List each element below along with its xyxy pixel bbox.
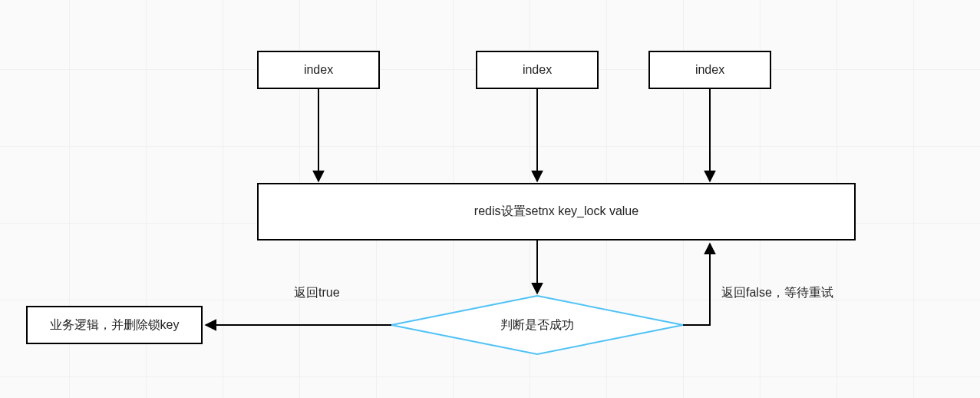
edge-label-true-text: 返回true [294,286,340,299]
edge-label-true: 返回true [294,285,340,301]
node-redis-setnx-label: redis设置setnx key_lock value [474,204,638,220]
node-index-3: index [648,51,771,89]
node-index-1-label: index [304,63,333,77]
node-index-2-label: index [523,63,552,77]
edge-label-false: 返回false，等待重试 [721,285,833,301]
node-business-logic: 业务逻辑，并删除锁key [26,306,203,344]
node-redis-setnx: redis设置setnx key_lock value [257,183,856,240]
node-business-logic-label: 业务逻辑，并删除锁key [50,317,180,333]
node-index-3-label: index [695,63,724,77]
edge-label-false-text: 返回false，等待重试 [721,286,833,299]
node-index-1: index [257,51,380,89]
node-index-2: index [476,51,599,89]
